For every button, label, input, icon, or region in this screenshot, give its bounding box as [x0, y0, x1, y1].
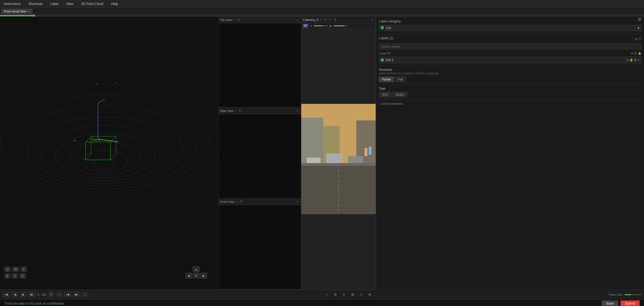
- tool-select[interactable]: ⊹: [324, 292, 329, 297]
- menu-shortcuts[interactable]: Shortcuts: [27, 1, 44, 6]
- svg-point-42: [207, 205, 207, 206]
- right-panels: Top View × C ⤢ Side View × C ⤢: [218, 17, 301, 289]
- occlusion-full-btn[interactable]: Full: [395, 77, 406, 82]
- occlusion-title: Occlusion: [379, 68, 641, 71]
- camera-tag-f[interactable]: F: [329, 18, 332, 22]
- type-sedan-btn[interactable]: Sedan: [392, 92, 407, 97]
- frame-play-btn[interactable]: ▶: [20, 292, 26, 297]
- side-view-header: Side View × C ⤢: [218, 108, 301, 114]
- svg-point-36: [33, 147, 33, 148]
- submit-button[interactable]: Submit: [621, 300, 640, 306]
- occlusion-desc: global attribute that applies to all lab…: [379, 72, 641, 75]
- key-d: D: [20, 273, 26, 278]
- sort-icon[interactable]: ≡: [635, 37, 637, 41]
- lock-icon[interactable]: 🔒: [638, 52, 641, 55]
- point-size-slider[interactable]: [625, 294, 641, 295]
- nav-next-next[interactable]: »: [82, 292, 88, 297]
- search-labels-input[interactable]: [379, 43, 641, 49]
- timeline-progress: [0, 15, 32, 16]
- arrow-left-btn[interactable]: ◀: [185, 273, 192, 278]
- status-bar: Treat the data in this task as confident…: [0, 299, 644, 306]
- camera-close[interactable]: ×: [320, 18, 322, 21]
- label-lock-icon[interactable]: 🔒: [630, 58, 633, 62]
- occlusion-partial-btn[interactable]: Partial: [379, 77, 394, 82]
- svg-point-10: [55, 114, 56, 115]
- filter-icon[interactable]: ▽: [638, 37, 641, 41]
- top-view-expand[interactable]: ⤢: [295, 18, 299, 22]
- p-button[interactable]: P: [303, 24, 308, 28]
- nav-prev-prev[interactable]: «: [56, 292, 62, 297]
- status-message: Treat the data in this task as confident…: [4, 302, 65, 305]
- tool-extra[interactable]: ⊗: [367, 292, 372, 297]
- labels-actions: ≡ ▽: [635, 37, 641, 41]
- camera-scene: [301, 28, 376, 289]
- nav-fast-next[interactable]: ▶|: [73, 292, 80, 297]
- save-button[interactable]: Save: [602, 300, 618, 306]
- front-view-tag[interactable]: C: [239, 200, 243, 203]
- tab-label: Point cloud View: [4, 10, 26, 13]
- arrow-right-btn[interactable]: ▶: [200, 273, 207, 278]
- camera-panel: Camera_0 × C F E ⤢ P ☀ ◐: [301, 17, 376, 289]
- front-view-expand[interactable]: ⤢: [295, 200, 299, 203]
- menu-view[interactable]: View: [64, 1, 75, 6]
- label-id-value: Car:1: [385, 58, 393, 62]
- menu-label[interactable]: Label: [49, 1, 60, 6]
- svg-point-46: [96, 230, 97, 231]
- frame-current: 1: [38, 293, 39, 296]
- tool-draw[interactable]: ✏: [341, 292, 347, 297]
- category-dot: [381, 26, 384, 29]
- svg-rect-0: [0, 59, 218, 247]
- brightness-slider[interactable]: [314, 25, 328, 26]
- expand-up-btn[interactable]: ▲: [193, 266, 200, 272]
- tool-transform[interactable]: ⤢: [358, 292, 364, 297]
- side-view-label: Side View: [220, 109, 234, 113]
- svg-point-14: [165, 114, 166, 115]
- camera-expand[interactable]: ⤢: [370, 18, 374, 22]
- top-view-close[interactable]: ×: [234, 18, 235, 21]
- camera-controls-bar: P ☀ ◐: [301, 23, 376, 28]
- tool-lasso[interactable]: ⊕: [333, 292, 338, 297]
- camera-image: [301, 28, 376, 289]
- top-view-label: Top View: [220, 18, 232, 22]
- type-suv-btn[interactable]: SUV: [379, 92, 391, 97]
- copy-icon[interactable]: ⧉: [631, 52, 633, 55]
- front-view-close[interactable]: ×: [236, 200, 238, 203]
- label-category-select[interactable]: Car ▾: [379, 25, 641, 31]
- svg-point-39: [193, 183, 193, 184]
- properties-panel: Label category Car ▾ Labels (1) ≡ ▽ Labe…: [376, 17, 644, 289]
- point-cloud-view: ^Car:1 Q W E A S: [0, 17, 218, 289]
- label-id-actions: ⧉ ⛓ 🔒: [631, 52, 641, 55]
- arrow-down-btn[interactable]: ▼: [193, 273, 200, 278]
- menu-3d-point-cloud[interactable]: 3D Point Cloud: [79, 1, 105, 6]
- svg-rect-56: [365, 148, 367, 156]
- menu-instructions[interactable]: Instructions: [2, 1, 22, 6]
- nav-fast-prev[interactable]: |◀: [64, 292, 71, 297]
- top-view-panel: Top View × C ⤢: [218, 17, 301, 108]
- key-q: Q: [4, 267, 11, 272]
- frame-refresh-btn[interactable]: ↺: [48, 292, 54, 297]
- side-view-close[interactable]: ×: [235, 109, 237, 112]
- svg-point-33: [74, 140, 75, 142]
- side-view-tag[interactable]: C: [239, 109, 242, 113]
- top-view-tag[interactable]: C: [237, 18, 241, 22]
- label-copy-icon[interactable]: ⧉: [627, 58, 629, 62]
- frame-next-btn[interactable]: ▶|: [28, 292, 35, 297]
- contrast-slider[interactable]: [334, 25, 347, 26]
- camera-tag-e[interactable]: E: [334, 18, 337, 22]
- top-right-icon-btn[interactable]: ⊞: [638, 17, 641, 22]
- tool-anchor[interactable]: ⊞: [350, 292, 355, 297]
- frame-prev-btn[interactable]: ◀: [12, 292, 18, 297]
- label-item-car1[interactable]: Car:1 ⧉ 🔒 🗑 ▾: [379, 57, 641, 63]
- tab-point-cloud-view[interactable]: Point cloud View ×: [1, 9, 33, 14]
- label-trash-icon[interactable]: 🗑: [634, 58, 637, 62]
- camera-tag-c[interactable]: C: [323, 18, 327, 22]
- side-view-expand[interactable]: ⤢: [295, 109, 299, 113]
- link-icon[interactable]: ⛓: [634, 52, 637, 55]
- toolbar-center: ⊹ ⊕ ✏ ⊞ ⤢ ⊗: [324, 292, 372, 297]
- menu-help[interactable]: Help: [109, 1, 120, 6]
- label-category-title: Label category: [379, 19, 641, 23]
- tab-close-icon[interactable]: ×: [28, 10, 30, 13]
- frame-first-btn[interactable]: |◀: [3, 292, 10, 297]
- label-properties-expand[interactable]: › Label properties: [379, 102, 641, 105]
- label-collapse-icon[interactable]: ▾: [638, 58, 639, 62]
